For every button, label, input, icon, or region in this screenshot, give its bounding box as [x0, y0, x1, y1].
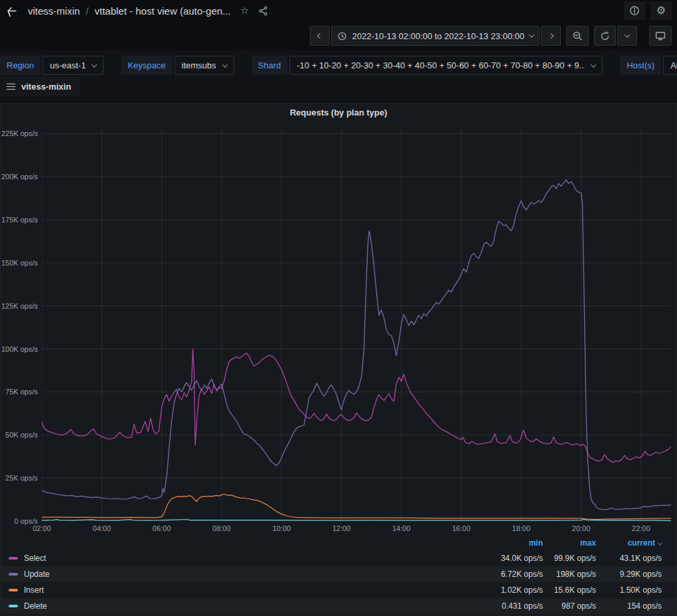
- time-shift-forward-button[interactable]: [541, 26, 561, 46]
- x-tick-label: 02:00: [27, 524, 56, 532]
- x-tick-label: 12:00: [327, 524, 356, 532]
- breadcrumb-dashboard-title[interactable]: vttablet - host view (auto-gen...: [95, 5, 231, 17]
- chart-plot-svg: [42, 130, 671, 521]
- time-range-picker-button[interactable]: 2022-10-13 02:00:00 to 2022-10-13 23:00:…: [331, 26, 540, 46]
- clock-icon: [337, 31, 347, 41]
- shard-select[interactable]: -10 + 10-20 + 20-30 + 30-40 + 40-50 + 50…: [289, 56, 603, 75]
- time-shift-back-button[interactable]: [310, 26, 330, 46]
- legend-sort-max[interactable]: max: [543, 538, 596, 548]
- hosts-value: All: [670, 60, 677, 70]
- y-tick-label: 50K ops/s: [1, 431, 38, 439]
- legend-series-name[interactable]: Delete: [24, 601, 47, 611]
- back-button[interactable]: [0, 0, 23, 21]
- series-line-select: [42, 349, 671, 463]
- refresh-interval-dropdown[interactable]: [617, 26, 637, 46]
- topnav-actions: ⚙: [624, 1, 677, 20]
- hosts-label[interactable]: Host(s): [620, 56, 661, 75]
- legend-max-value: 99.9K ops/s: [543, 554, 596, 563]
- x-tick-label: 18:00: [506, 524, 536, 532]
- refresh-button[interactable]: [594, 26, 616, 46]
- row-title: vitess-mixin: [21, 82, 71, 92]
- variable-shard: Shard -10 + 10-20 + 20-30 + 30-40 + 40-5…: [252, 56, 603, 75]
- plot-area[interactable]: [42, 130, 671, 521]
- grid-lines: [42, 130, 671, 521]
- series-line-update: [42, 180, 671, 509]
- x-tick-label: 04:00: [87, 524, 116, 532]
- refresh-icon: [600, 31, 610, 41]
- legend-series-swatch: [9, 557, 18, 560]
- legend-row: Select34.0K ops/s99.9K ops/s43.1K ops/s: [1, 550, 676, 566]
- zoom-out-icon: [572, 31, 583, 41]
- info-circle-icon: [629, 5, 640, 16]
- y-tick-label: 125K ops/s: [1, 302, 38, 310]
- legend-series-swatch: [9, 573, 18, 576]
- legend-current-value: 43.1K ops/s: [596, 554, 662, 563]
- legend-sort-min[interactable]: min: [467, 538, 543, 548]
- y-tick-label: 200K ops/s: [1, 173, 38, 181]
- shard-label[interactable]: Shard: [252, 56, 288, 75]
- variable-region: Region us-east-1: [0, 56, 104, 75]
- legend-min-value: 34.0K ops/s: [467, 554, 543, 563]
- legend-header-row: min max current: [1, 536, 676, 550]
- chevron-down-icon: [222, 62, 227, 67]
- y-tick-label: 225K ops/s: [1, 129, 38, 137]
- variable-hosts: Host(s) All: [620, 56, 677, 75]
- legend-max-value: 15.6K ops/s: [543, 585, 596, 595]
- x-tick-label: 22:00: [627, 524, 656, 532]
- chevron-left-icon: [317, 33, 322, 38]
- y-tick-label: 150K ops/s: [1, 259, 38, 267]
- region-label[interactable]: Region: [0, 56, 40, 75]
- monitor-icon: [655, 31, 666, 41]
- share-alt-icon: [258, 6, 268, 16]
- hosts-select[interactable]: All: [663, 56, 677, 75]
- legend-series-swatch: [9, 589, 18, 591]
- legend-sort-current[interactable]: current: [596, 538, 662, 548]
- legend-max-value: 198K ops/s: [543, 570, 596, 579]
- zoom-out-button[interactable]: [566, 26, 589, 46]
- share-icon[interactable]: [258, 6, 268, 16]
- kiosk-mode-button[interactable]: [649, 26, 672, 46]
- keyspace-value: itemsubs: [182, 60, 216, 70]
- y-tick-label: 75K ops/s: [1, 388, 38, 396]
- region-select[interactable]: us-east-1: [42, 56, 104, 75]
- legend-rows: Select34.0K ops/s99.9K ops/s43.1K ops/sU…: [1, 550, 676, 614]
- keyspace-select[interactable]: itemsubs: [175, 56, 234, 75]
- legend-min-value: 1.02K ops/s: [467, 585, 543, 595]
- legend-row: Delete0.431 ops/s987 ops/s154 ops/s: [1, 598, 676, 614]
- x-tick-label: 14:00: [387, 524, 416, 532]
- region-value: us-east-1: [50, 60, 86, 70]
- legend-min-value: 0.431 ops/s: [467, 601, 543, 611]
- chevron-down-icon: [625, 32, 630, 37]
- legend-current-value: 9.29K ops/s: [596, 570, 662, 579]
- chevron-down-icon: [92, 62, 97, 67]
- chevron-right-icon: [548, 33, 554, 38]
- sort-chevron-icon: [658, 541, 662, 546]
- legend-series-name[interactable]: Update: [24, 570, 50, 579]
- grafana-dashboard: vitess-mixin / vttablet - host view (aut…: [0, 0, 677, 616]
- legend-series-name[interactable]: Insert: [24, 585, 44, 595]
- legend-series-name[interactable]: Select: [24, 554, 46, 563]
- series-line-delete: [42, 519, 671, 520]
- x-tick-label: 10:00: [267, 524, 296, 532]
- breadcrumb-separator: /: [86, 5, 88, 17]
- time-series-chart: 0 ops/s25K ops/s50K ops/s75K ops/s100K o…: [1, 122, 676, 536]
- legend-min-value: 6.72K ops/s: [467, 570, 543, 579]
- shard-value: -10 + 10-20 + 20-30 + 30-40 + 40-50 + 50…: [297, 60, 585, 70]
- y-tick-label: 100K ops/s: [1, 345, 38, 353]
- legend-table: min max current Select34.0K ops/s99.9K o…: [1, 536, 676, 614]
- variables-submenu: Region us-east-1 Keyspace itemsubs Shard…: [0, 50, 677, 75]
- x-tick-label: 20:00: [567, 524, 596, 532]
- requests-panel: Requests (by plan type) 0 ops/s25K ops/s…: [0, 103, 677, 616]
- breadcrumb-dashboard-root[interactable]: vitess-mixin: [28, 5, 80, 17]
- panel-title[interactable]: Requests (by plan type): [1, 104, 676, 122]
- x-tick-label: 08:00: [207, 524, 236, 532]
- legend-row: Insert1.02K ops/s15.6K ops/s1.50K ops/s: [1, 582, 676, 598]
- time-range-label: 2022-10-13 02:00:00 to 2022-10-13 23:00:…: [352, 31, 525, 41]
- star-icon[interactable]: ☆: [240, 5, 249, 17]
- info-button[interactable]: [624, 1, 645, 20]
- settings-button[interactable]: ⚙: [650, 1, 672, 20]
- keyspace-label[interactable]: Keyspace: [121, 56, 172, 75]
- dashboard-row-toggle[interactable]: vitess-mixin: [0, 77, 80, 96]
- row-menu-icon: [7, 84, 15, 90]
- breadcrumb: vitess-mixin / vttablet - host view (aut…: [28, 5, 231, 17]
